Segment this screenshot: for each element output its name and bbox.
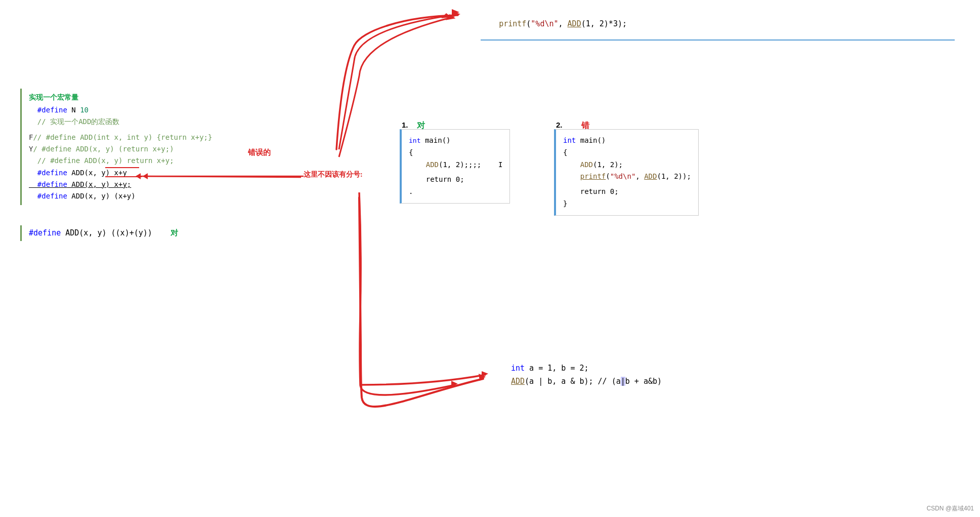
svg-marker-3: [451, 381, 458, 387]
code-comment1: F// #define ADD(int x, int y) {return x+…: [29, 132, 212, 143]
svg-marker-6: [452, 9, 459, 15]
watermark: CSDN @嘉域401: [926, 504, 974, 513]
semicolon-label: 这里不因该有分号:: [304, 170, 363, 179]
bottom-left-code: #define ADD(x, y) ((x)+(y)) 对: [20, 225, 185, 241]
top-code-end: (1, 2)*3);: [581, 19, 627, 28]
arrows-overlay: [0, 0, 980, 517]
right-line3: printf("%d\n", ADD(1, 2));: [563, 171, 691, 183]
svg-marker-0: [445, 13, 455, 20]
label-1: 1.: [402, 118, 408, 132]
top-code-add: ADD: [568, 19, 581, 28]
svg-marker-1: [453, 11, 460, 17]
middle-code-block: 1. 对 int main() { ADD(1, 2);;;; I return…: [400, 129, 510, 204]
br-line0: int a = 1, b = 2;: [511, 362, 662, 375]
svg-marker-4: [482, 371, 488, 377]
code-define-add1: #define ADD(x, y) x+y: [29, 167, 212, 179]
right-code-block: 2. 错 int main() { ADD(1, 2); printf("%d\…: [554, 129, 699, 216]
top-code-comma: ,: [559, 19, 568, 28]
code-define-n: #define N 10: [29, 104, 212, 116]
mid-line1: {: [409, 147, 502, 159]
correct-define: #define ADD(x, y) ((x)+(y)) 对: [29, 228, 178, 238]
svg-marker-5: [441, 13, 451, 18]
right-line1: {: [563, 147, 691, 159]
printf-fn: printf: [499, 19, 526, 28]
bottom-right-code: int a = 1, b = 2; ADD(a | b, a & b); // …: [511, 362, 662, 388]
top-code-line: printf("%d\n", ADD(1, 2)*3);: [481, 10, 955, 41]
mid-line4: .: [409, 186, 502, 198]
main-arrows: [0, 0, 980, 517]
label-2: 2.: [556, 118, 563, 132]
label-correct: 对: [417, 118, 425, 132]
code-define-add2: #define ADD(x, y) x+y;: [29, 179, 212, 190]
code-comment-add: // 实现一个ADD的宏函数: [29, 116, 212, 128]
code-comment3: // #define ADD(x, y) return x+y;: [29, 155, 212, 167]
spacer1: [29, 128, 212, 132]
top-code-normal: (: [526, 19, 531, 28]
right-line5: }: [563, 198, 691, 210]
right-line0: int main(): [563, 135, 691, 147]
code-comment2: Y/ #define ADD(x, y) (return x+y;): [29, 143, 212, 155]
mid-line2: ADD(1, 2);;;; I: [409, 159, 502, 171]
br-line1: ADD(a | b, a & b); // (a|b + a&b): [511, 375, 662, 388]
svg-marker-8: [479, 374, 486, 381]
right-line2: ADD(1, 2);: [563, 159, 691, 171]
code-define-add3: #define ADD(x, y) (x+y): [29, 190, 212, 202]
label-error: 错: [581, 118, 589, 132]
macro-title: 实现一个宏常量: [29, 92, 212, 103]
right-line4: return 0;: [563, 186, 691, 198]
mid-line3: return 0;: [409, 174, 502, 186]
mid-line0: int main(): [409, 135, 502, 147]
left-code-block: 实现一个宏常量 #define N 10 // 实现一个ADD的宏函数 F// …: [20, 89, 219, 205]
error-label: 错误的: [248, 148, 271, 157]
top-code-str: "%d\n": [531, 19, 558, 28]
